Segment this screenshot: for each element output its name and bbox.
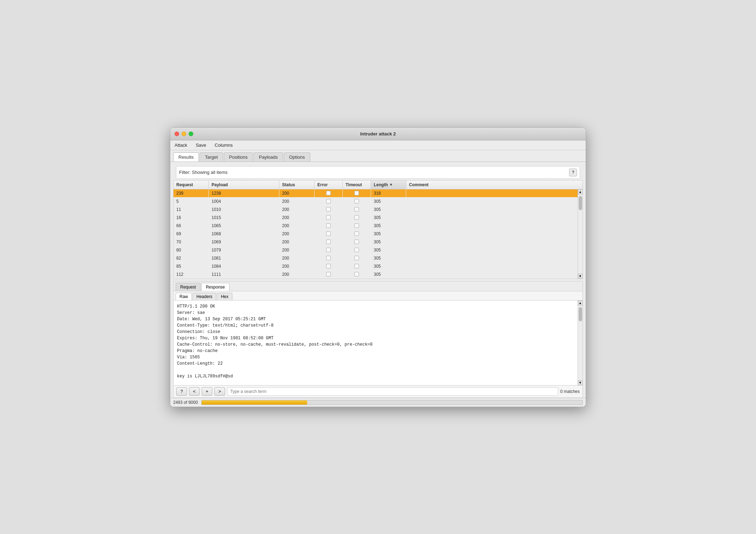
- resp-scroll-up[interactable]: ▲: [578, 301, 583, 305]
- tab-results[interactable]: Results: [173, 152, 199, 162]
- minimize-button[interactable]: [182, 132, 186, 136]
- filter-text: Filter: Showing all items: [179, 170, 566, 175]
- response-tabs: Raw Headers Hex: [173, 291, 583, 301]
- progress-bar-fill: [202, 400, 307, 405]
- bottom-panel: Request Response Raw Headers Hex HTTP/1.…: [173, 281, 583, 398]
- menu-bar: Attack Save Columns: [170, 140, 586, 150]
- checkbox-cell: [326, 215, 331, 220]
- response-content-area: HTTP/1.1 200 OK Server: sae Date: Wed, 1…: [173, 301, 583, 385]
- checkbox-cell: [326, 207, 331, 212]
- results-table: Request Payload Status Error Timeout Len…: [173, 180, 583, 279]
- table-row[interactable]: 661065200305: [173, 222, 578, 230]
- table-row[interactable]: 701069200305: [173, 238, 578, 246]
- close-button[interactable]: [175, 132, 179, 136]
- checkbox-cell: [354, 199, 359, 204]
- scroll-up-arrow[interactable]: ▲: [578, 189, 583, 194]
- checkbox-cell: [354, 231, 359, 236]
- checkbox-cell: [354, 223, 359, 228]
- checkbox-cell: [326, 231, 331, 236]
- checkbox-cell: [326, 223, 331, 228]
- sort-arrow-icon: ▼: [389, 183, 393, 187]
- table-row[interactable]: 691068200305: [173, 230, 578, 238]
- checkbox-cell: [354, 207, 359, 212]
- progress-bar-container: [201, 400, 583, 405]
- tab-headers[interactable]: Headers: [193, 293, 216, 300]
- checkbox-cell: [326, 191, 331, 195]
- main-window: Intruder attack 2 Attack Save Columns Re…: [170, 127, 586, 407]
- window-title: Intruder attack 2: [360, 131, 396, 136]
- menu-save[interactable]: Save: [194, 142, 208, 148]
- th-error: Error: [315, 181, 343, 189]
- next-button[interactable]: >: [214, 387, 225, 396]
- progress-text: 2493 of 9000: [173, 400, 198, 405]
- checkbox-cell: [326, 239, 331, 244]
- menu-attack[interactable]: Attack: [173, 142, 189, 148]
- table-row[interactable]: 801079200305: [173, 246, 578, 254]
- tab-request[interactable]: Request: [176, 283, 201, 291]
- tab-target[interactable]: Target: [200, 152, 223, 162]
- table-header: Request Payload Status Error Timeout Len…: [173, 181, 583, 189]
- resp-scroll-track: [578, 305, 583, 380]
- tab-response[interactable]: Response: [201, 283, 230, 291]
- tab-positions[interactable]: Positions: [224, 152, 253, 162]
- tabs-bar: Results Target Positions Payloads Option…: [170, 150, 586, 162]
- tab-options[interactable]: Options: [284, 152, 310, 162]
- checkbox-cell: [326, 199, 331, 204]
- checkbox-cell: [354, 256, 359, 260]
- th-timeout: Timeout: [343, 181, 371, 189]
- checkbox-cell: [354, 272, 359, 277]
- checkbox-cell: [354, 191, 359, 195]
- scroll-down-arrow[interactable]: ▼: [578, 274, 583, 279]
- table-row[interactable]: 821081200305: [173, 254, 578, 262]
- checkbox-cell: [354, 264, 359, 268]
- resp-scroll-down[interactable]: ▼: [578, 380, 583, 385]
- th-status: Status: [279, 181, 315, 189]
- table-row[interactable]: 2391238200318: [173, 189, 578, 198]
- th-length[interactable]: Length ▼: [371, 181, 406, 189]
- tab-payloads[interactable]: Payloads: [254, 152, 283, 162]
- scroll-track: [578, 194, 583, 274]
- table-row[interactable]: 1121111200305: [173, 271, 578, 279]
- filter-help-button[interactable]: ?: [569, 169, 577, 176]
- checkbox-cell: [326, 256, 331, 260]
- response-body: HTTP/1.1 200 OK Server: sae Date: Wed, 1…: [173, 301, 578, 385]
- checkbox-cell: [354, 248, 359, 252]
- response-scrollbar[interactable]: ▲ ▼: [578, 301, 583, 385]
- help-button[interactable]: ?: [176, 387, 187, 396]
- th-payload: Payload: [209, 181, 279, 189]
- scroll-thumb[interactable]: [579, 196, 582, 210]
- table-scrollbar[interactable]: ▲ ▼: [578, 189, 583, 279]
- checkbox-cell: [354, 239, 359, 244]
- title-bar: Intruder attack 2: [170, 128, 586, 140]
- checkbox-cell: [354, 215, 359, 220]
- matches-count: 0 matches: [560, 389, 580, 394]
- resp-scroll-thumb[interactable]: [579, 307, 582, 321]
- filter-bar: Filter: Showing all items ?: [176, 166, 580, 179]
- table-row[interactable]: 161015200305: [173, 214, 578, 222]
- tab-hex[interactable]: Hex: [217, 293, 232, 300]
- checkbox-cell: [326, 272, 331, 277]
- checkbox-cell: [326, 264, 331, 268]
- table-row[interactable]: 51004200305: [173, 198, 578, 206]
- traffic-lights: [175, 132, 193, 136]
- table-body: 2391238200318510042003051110102003051610…: [173, 189, 578, 279]
- menu-columns[interactable]: Columns: [213, 142, 234, 148]
- search-toolbar: ? < + > 0 matches: [173, 385, 583, 398]
- table-row[interactable]: 851084200305: [173, 262, 578, 271]
- table-row[interactable]: 111010200305: [173, 206, 578, 214]
- prev-button[interactable]: <: [189, 387, 200, 396]
- status-bar: 2493 of 9000: [170, 398, 586, 407]
- bottom-tabs: Request Response: [173, 281, 583, 291]
- th-request: Request: [173, 181, 209, 189]
- tab-raw[interactable]: Raw: [176, 293, 192, 300]
- checkbox-cell: [326, 248, 331, 252]
- add-button[interactable]: +: [202, 387, 212, 396]
- table-wrapper: 2391238200318510042003051110102003051610…: [173, 189, 583, 279]
- th-comment: Comment: [406, 181, 583, 189]
- filter-container: Filter: Showing all items ?: [170, 162, 586, 180]
- search-input[interactable]: [227, 387, 558, 396]
- maximize-button[interactable]: [189, 132, 193, 136]
